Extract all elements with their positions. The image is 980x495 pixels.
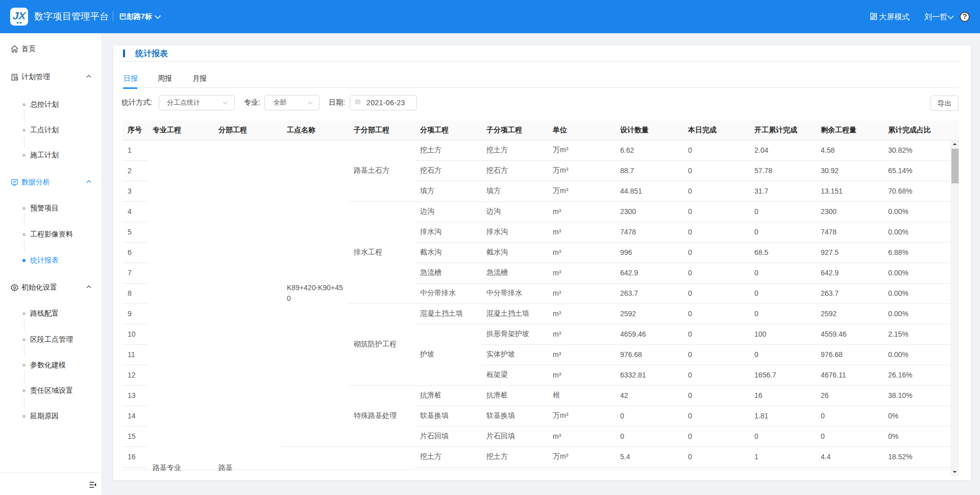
- svg-text:JX: JX: [13, 10, 27, 21]
